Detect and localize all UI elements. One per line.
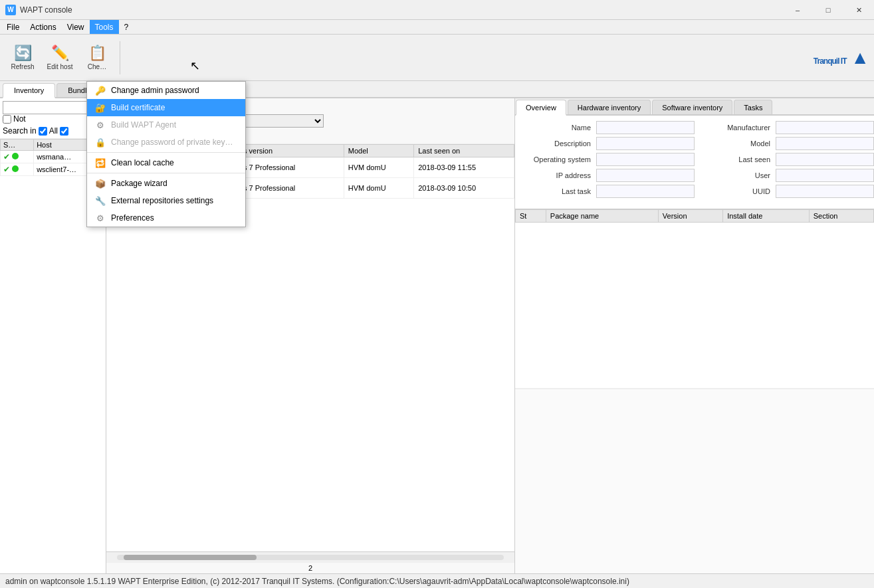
os-label: Operating system <box>520 155 594 163</box>
not-checkbox[interactable] <box>3 115 11 124</box>
name-label: Name <box>520 124 594 132</box>
pkg-col-version: Version <box>658 210 722 223</box>
model-row: Model <box>700 137 874 150</box>
row-lastseen: 2018-03-09 10:50 <box>414 178 514 199</box>
tab-software-inventory[interactable]: Software inventory <box>652 100 732 114</box>
package-icon: 📦 <box>95 178 106 189</box>
last-seen-field[interactable] <box>776 153 874 166</box>
menu-package-wizard[interactable]: 📦 Package wizard <box>87 175 245 192</box>
menu-view[interactable]: View <box>62 20 90 34</box>
col-model: Model <box>344 145 413 157</box>
logo-triangle: ▲ <box>851 47 869 68</box>
maximize-button[interactable]: □ <box>813 0 843 20</box>
tab-tasks[interactable]: Tasks <box>734 100 772 114</box>
last-task-label: Last task <box>520 187 594 195</box>
all-label: All <box>49 126 58 136</box>
row-model: HVM domU <box>344 178 413 199</box>
toolbar: 🔄 Refresh ✏️ Edit host 📋 Che… Tranquil I… <box>0 35 874 81</box>
user-row: User <box>700 169 874 182</box>
last-task-row: Last task <box>520 185 695 198</box>
last-seen-row: Last seen <box>700 153 874 166</box>
uuid-label: UUID <box>700 187 773 195</box>
row-count: 2 <box>106 562 514 573</box>
prefs-icon: ⚙ <box>95 213 106 223</box>
tab-inventory[interactable]: Inventory <box>3 83 55 98</box>
package-wizard-label: Package wizard <box>111 179 167 188</box>
check-button[interactable]: 📋 Che… <box>80 38 114 78</box>
close-button[interactable]: ✕ <box>843 0 874 20</box>
refresh-button[interactable]: 🔄 Refresh <box>5 38 40 78</box>
description-row: Description <box>520 137 695 150</box>
menu-actions[interactable]: Actions <box>25 20 61 34</box>
all-checkbox[interactable] <box>39 127 47 136</box>
menu-change-admin-password[interactable]: 🔑 Change admin password <box>87 82 245 99</box>
toolbar-separator <box>120 41 120 74</box>
notes-area <box>515 388 874 573</box>
status-dot <box>12 165 19 172</box>
model-field[interactable] <box>776 137 874 150</box>
host-status-cell: ✔ <box>1 151 34 163</box>
form-right-column: Manufacturer Model Last seen User <box>700 121 874 201</box>
uuid-row: UUID <box>700 185 874 198</box>
build-cert-label: Build certificate <box>111 103 165 112</box>
host-status-cell: ✔ <box>1 163 34 176</box>
menu-tools[interactable]: Tools <box>90 20 119 34</box>
ip-label: IP address <box>520 171 594 179</box>
overview-form: Name Description Operating system IP add… <box>515 116 874 206</box>
last-task-field[interactable] <box>596 185 695 198</box>
menu-help[interactable]: ? <box>119 20 134 34</box>
menu-separator-1 <box>87 152 245 153</box>
pkg-col-name: Package name <box>546 210 658 223</box>
tab-hardware-inventory[interactable]: Hardware inventory <box>568 100 651 114</box>
edit-host-label: Edit host <box>47 63 73 71</box>
tab-overview[interactable]: Overview <box>516 100 566 116</box>
status-text: admin on waptconsole 1.5.1.19 WAPT Enter… <box>5 577 629 586</box>
h-scrollbar[interactable] <box>106 551 514 562</box>
menu-build-certificate[interactable]: 🔐 Build certificate <box>87 99 245 116</box>
minimize-button[interactable]: – <box>782 0 813 20</box>
row-model: HVM domU <box>344 157 413 178</box>
repos-icon: 🔧 <box>95 195 106 206</box>
name-field[interactable] <box>596 121 695 134</box>
refresh-icon: 🔄 <box>14 45 32 62</box>
manufacturer-field[interactable] <box>776 121 874 134</box>
check-label: Che… <box>88 63 106 71</box>
logo-area: Tranquil IT ▲ <box>814 47 869 68</box>
clean-cache-label: Clean local cache <box>111 158 174 167</box>
edit-icon: ✏️ <box>51 45 69 62</box>
change-private-key-label: Change password of private key… <box>111 138 233 147</box>
user-field[interactable] <box>776 169 874 182</box>
last-seen-label: Last seen <box>700 155 773 163</box>
menu-build-wapt-agent: ⚙ Build WAPT Agent <box>87 116 245 134</box>
os-row: Operating system <box>520 153 695 166</box>
form-columns: Name Description Operating system IP add… <box>520 121 869 201</box>
form-left-column: Name Description Operating system IP add… <box>520 121 695 201</box>
menu-preferences[interactable]: ⚙ Preferences <box>87 209 245 227</box>
status-dot <box>12 153 19 159</box>
package-table: St Package name Version Install date Sec… <box>515 209 874 388</box>
checked-checkbox[interactable] <box>60 127 68 136</box>
menu-clean-cache[interactable]: 🔁 Clean local cache <box>87 154 245 171</box>
pkg-col-install-date: Install date <box>723 210 810 223</box>
ip-field[interactable] <box>596 169 695 182</box>
edit-host-button[interactable]: ✏️ Edit host <box>43 38 77 78</box>
row-lastseen: 2018-03-09 11:55 <box>414 157 514 178</box>
pkg-col-section: Section <box>809 210 873 223</box>
right-panel: Overview Hardware inventory Software inv… <box>515 98 874 573</box>
preferences-label: Preferences <box>111 213 154 223</box>
menu-file[interactable]: File <box>1 20 25 34</box>
notes-textarea[interactable] <box>518 392 871 571</box>
model-label: Model <box>700 140 773 147</box>
uuid-field[interactable] <box>776 185 874 198</box>
description-field[interactable] <box>596 137 695 150</box>
window-title: WAPT console <box>20 5 869 15</box>
os-field[interactable] <box>596 153 695 166</box>
not-checkbox-label[interactable]: Not <box>3 114 26 124</box>
title-bar: W WAPT console – □ ✕ <box>0 0 874 20</box>
menu-ext-repos[interactable]: 🔧 External repositories settings <box>87 192 245 209</box>
ip-row: IP address <box>520 169 695 182</box>
manufacturer-row: Manufacturer <box>700 121 874 134</box>
scroll-thumb <box>124 555 257 560</box>
col-lastseen: Last seen on <box>414 145 514 157</box>
cert-icon: 🔐 <box>95 102 106 113</box>
